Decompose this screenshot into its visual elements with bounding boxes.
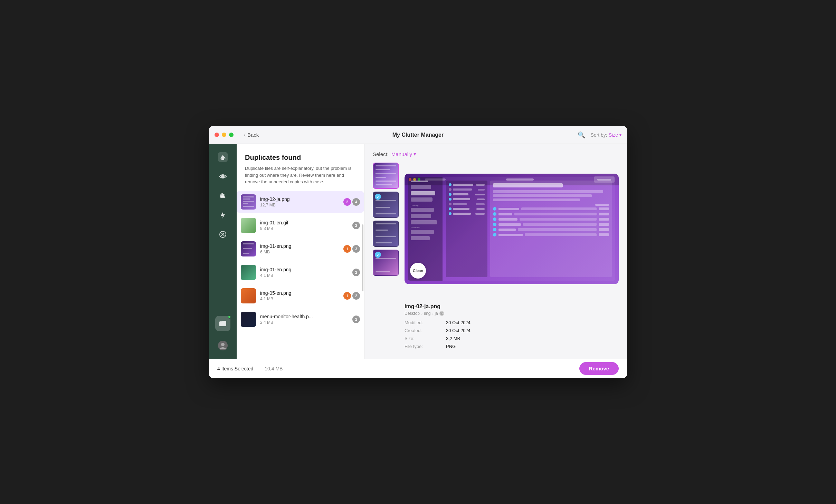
breadcrumb-info-icon[interactable]: ⓘ [439, 311, 444, 316]
badge-copy-count: 2 [343, 198, 351, 206]
breadcrumb-sep-1: › [421, 311, 422, 316]
sidebar-item-eye[interactable] [215, 169, 230, 184]
scrollbar[interactable] [362, 224, 363, 292]
thumbnail-strip: ✓ [373, 163, 400, 352]
select-label: Select: [373, 151, 389, 157]
thumbnail-item-3[interactable] [373, 221, 399, 247]
file-thumbnail [241, 241, 256, 256]
breadcrumb: Desktop › img › ja ⓘ [405, 311, 619, 316]
maximize-button[interactable] [229, 133, 234, 137]
preview-area: ✓ [373, 163, 619, 352]
badge-total-count: 2 [352, 292, 360, 300]
thumbnail-item-2[interactable]: ✓ [373, 192, 399, 218]
folder-badge-dot [228, 315, 231, 319]
svg-rect-5 [220, 196, 226, 198]
breadcrumb-desktop: Desktop [405, 311, 420, 316]
preview-image-box: Cleanup Protection [405, 174, 619, 284]
select-value-text: Manually [391, 151, 412, 157]
file-info: img-02-ja.png 12,7 MB [260, 196, 341, 207]
file-info: img-01-en.gif 9,3 MB [260, 220, 350, 231]
panel-header: Duplicates found Duplicate files are sel… [237, 144, 364, 191]
sidebar-item-avatar[interactable] [215, 338, 230, 353]
filetype-value: PNG [446, 344, 619, 349]
select-bar: Select: Manually ▾ [373, 151, 619, 157]
close-button[interactable] [215, 133, 219, 137]
sidebar-item-folder[interactable] [215, 316, 230, 331]
main-layout: Duplicates found Duplicate files are sel… [209, 144, 627, 359]
back-button[interactable]: ‹ Back [244, 131, 259, 138]
screenshot-inner: Cleanup Protection [408, 177, 615, 281]
file-size: 12,7 MB [260, 203, 341, 207]
badge-total-count: 4 [352, 198, 360, 206]
file-detail: img-02-ja.png Desktop › img › ja ⓘ Modif… [405, 301, 619, 352]
ss-list [446, 181, 487, 277]
created-value: 30 Oct 2024 [446, 328, 619, 333]
filetype-label: File type: [405, 344, 446, 349]
traffic-lights [215, 133, 234, 137]
file-badges: 2 [352, 316, 360, 323]
sort-by-control[interactable]: Sort by: Size ▾ [591, 132, 621, 138]
file-badges: 1 2 [343, 292, 360, 300]
svg-point-8 [221, 343, 225, 346]
sort-chevron-icon: ▾ [619, 133, 621, 137]
right-panel: Select: Manually ▾ [364, 144, 627, 359]
file-list-container[interactable]: img-02-ja.png 12,7 MB 2 4 [237, 191, 364, 359]
list-item[interactable]: img-05-en.png 4,1 MB 1 2 [237, 285, 364, 307]
total-size: 10,4 MB [265, 366, 283, 371]
thumbnail-item-1[interactable] [373, 163, 399, 189]
file-size: 9,3 MB [260, 226, 350, 231]
list-item[interactable]: img-02-ja.png 12,7 MB 2 4 [237, 191, 364, 213]
preview-image-container: Cleanup Protection [405, 163, 619, 295]
sidebar-item-x[interactable] [215, 227, 230, 242]
remove-button[interactable]: Remove [579, 362, 619, 375]
checkmark-icon: ✓ [375, 194, 381, 200]
badge-copy-count: 1 [343, 292, 351, 300]
breadcrumb-sep-2: › [432, 311, 433, 316]
sort-by-label: Sort by: [591, 132, 607, 138]
file-info: img-05-en.png 4,1 MB [260, 290, 341, 301]
breadcrumb-img: img [424, 311, 430, 316]
list-item[interactable]: img-01-en.png 4,1 MB 2 [237, 261, 364, 283]
badge-copy-count: 2 [352, 269, 360, 276]
file-thumbnail [241, 312, 256, 327]
thumbnail-item-4[interactable]: ✓ [373, 250, 399, 276]
file-size: 6 MB [260, 250, 341, 254]
list-item[interactable]: img-01-en.gif 9,3 MB 2 [237, 214, 364, 236]
sidebar-item-disk[interactable] [215, 149, 230, 165]
sidebar-item-lightning[interactable] [215, 207, 230, 223]
minimize-button[interactable] [222, 133, 226, 137]
sidebar-item-hand[interactable] [215, 188, 230, 203]
created-label: Created: [405, 328, 446, 333]
sidebar [209, 144, 237, 359]
file-badges: 2 [352, 222, 360, 229]
file-size: 4,1 MB [260, 297, 341, 301]
file-name: img-05-en.png [260, 290, 341, 296]
large-preview: Cleanup Protection [405, 163, 619, 352]
clean-button[interactable]: Clean [410, 263, 426, 279]
file-name: img-01-en.gif [260, 220, 350, 225]
detail-filename: img-02-ja.png [405, 303, 619, 310]
title-right-controls: 🔍 Sort by: Size ▾ [578, 131, 621, 139]
badge-copy-count: 2 [352, 316, 360, 323]
breadcrumb-ja: ja [435, 311, 438, 316]
window-title: My Clutter Manager [392, 132, 444, 138]
file-name: img-01-en.png [260, 267, 350, 272]
search-icon[interactable]: 🔍 [578, 131, 585, 139]
file-info: menu-monitor-health.p... 2,4 MB [260, 314, 350, 325]
checkmark-icon-2: ✓ [375, 252, 381, 258]
ss-main [490, 181, 612, 277]
items-selected-count: 4 Items Selected [217, 366, 253, 371]
file-badges: 2 4 [343, 198, 360, 206]
select-dropdown[interactable]: Manually ▾ [391, 151, 416, 157]
select-chevron-icon: ▾ [414, 151, 416, 157]
left-panel: Duplicates found Duplicate files are sel… [237, 144, 364, 359]
file-name: menu-monitor-health.p... [260, 314, 350, 319]
badge-copy-count: 2 [352, 222, 360, 229]
file-meta-grid: Modified: 30 Oct 2024 Created: 30 Oct 20… [405, 320, 619, 349]
file-info: img-01-en.png 4,1 MB [260, 267, 350, 278]
file-badges: 2 [352, 269, 360, 276]
file-size: 2,4 MB [260, 320, 350, 325]
bottom-bar: 4 Items Selected 10,4 MB Remove [209, 359, 627, 378]
list-item[interactable]: menu-monitor-health.p... 2,4 MB 2 [237, 308, 364, 330]
list-item[interactable]: img-01-en.png 6 MB 1 3 [237, 238, 364, 260]
